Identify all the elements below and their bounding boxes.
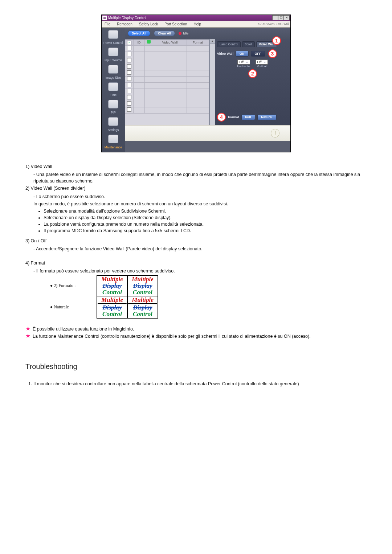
minimize-button[interactable]: _	[272, 15, 278, 20]
callout-1: 1	[272, 36, 281, 45]
format-full-button[interactable]: Full	[241, 114, 255, 120]
i2-title: Video Wall (Screen divider)	[31, 186, 86, 191]
idle-indicator: Idle	[179, 32, 188, 35]
i2-num: 2)	[25, 186, 29, 191]
menu-safety-lock[interactable]: Safety Lock	[138, 21, 159, 27]
menu-help[interactable]: Help	[192, 21, 203, 27]
mdc-l3a: Control	[102, 289, 122, 296]
vertical-caption: Vertical	[257, 65, 266, 68]
tab-lamp-control[interactable]: Lamp Control	[217, 41, 241, 47]
clear-all-button[interactable]: Clear All	[154, 30, 175, 36]
power-control-icon[interactable]	[108, 30, 118, 39]
app-window: ▦ Multiple Display Control _ ☐ ✕ File Re…	[101, 15, 291, 152]
menu-port-selection[interactable]: Port Selection	[163, 21, 188, 27]
star-note-1: È possibile utilizzare questa funzione i…	[33, 326, 134, 332]
maintenance-icon[interactable]	[108, 135, 118, 143]
settings-icon[interactable]	[108, 117, 118, 126]
input-source-icon[interactable]	[108, 48, 118, 56]
time-icon[interactable]	[108, 82, 118, 91]
format-example-full: ● 2) Formato : Multiple Display Control …	[47, 275, 158, 319]
window-title: Multiple Display Control	[108, 16, 146, 20]
sidebar-item-pip[interactable]: PIP	[102, 111, 125, 114]
sidebar-item-image-size[interactable]: Image Size	[102, 76, 125, 79]
col-video-wall: Video Wall	[153, 40, 187, 46]
image-size-icon[interactable]	[108, 65, 118, 74]
i1-num: 1)	[25, 164, 29, 169]
i1-title: Video Wall	[31, 164, 52, 169]
scroll-up-icon[interactable]: ▲	[210, 39, 215, 44]
col-signal	[145, 40, 153, 46]
display-table: ID Video Wall Format	[125, 39, 209, 125]
col-id: ID	[134, 40, 145, 46]
mdc-l1a: Multiple	[101, 276, 123, 283]
i3-num: 3)	[25, 238, 29, 243]
ts-item-1: Il monitor che si desidera controllare n…	[33, 381, 367, 387]
brand-text: SAMSUNG DIGITall	[258, 22, 289, 26]
select-all-button[interactable]: Select All	[128, 30, 150, 36]
star-icon: ★	[25, 326, 30, 332]
vw-off-button[interactable]: OFF	[251, 51, 265, 57]
star-icon: ★	[25, 333, 30, 340]
format-row1-label: 2) Formato :	[54, 283, 75, 288]
idle-dot-icon	[179, 32, 181, 35]
sidebar-item-settings[interactable]: Settings	[102, 128, 125, 132]
callout-2: 2	[248, 69, 257, 78]
sidebar-item-maintenance[interactable]: Maintenance	[102, 145, 125, 149]
i2-b1: Selezionare un display da Display select…	[44, 214, 367, 221]
callout-3: 3	[268, 49, 277, 58]
titlebar: ▦ Multiple Display Control _ ☐ ✕	[102, 15, 290, 21]
sidebar-item-power[interactable]: Power Control	[102, 41, 125, 45]
right-panel: 1 Lamp Control Scroll Video Wall Video W…	[215, 39, 290, 125]
i3-dash: Accendere/Spegnere la funzione Video Wal…	[33, 246, 367, 252]
i2-b2: La posizione verrà configurata premendo …	[44, 221, 367, 227]
menu-file[interactable]: File	[103, 21, 112, 27]
i2-dash1: Lo schermo può essere suddiviso.	[33, 193, 367, 200]
i4-title: Format	[31, 260, 45, 266]
troubleshooting-heading: Troubleshooting	[25, 361, 367, 372]
horizontal-select[interactable]: Off▼	[237, 59, 250, 65]
i2-b0: Selezionare una modalità dall'opzione Su…	[44, 208, 367, 214]
pip-icon[interactable]	[108, 100, 118, 108]
i2-dash2: In questo modo, è possibile selezionare …	[33, 201, 367, 207]
callout-4: 4	[217, 113, 226, 122]
i3-title: On / Off	[31, 238, 47, 243]
statusbar: !	[125, 125, 290, 141]
vertical-select[interactable]: Off▼	[256, 59, 268, 65]
video-wall-label: Video Wall	[217, 52, 233, 56]
close-button[interactable]: ✕	[284, 15, 290, 20]
tab-scroll[interactable]: Scroll	[242, 41, 255, 47]
menubar: File Remocon Safety Lock Port Selection …	[102, 21, 290, 28]
horizontal-caption: Horizontal	[237, 65, 250, 68]
i4-dash: Il formato può essere selezionato per ve…	[33, 268, 367, 274]
maximize-button[interactable]: ☐	[278, 15, 284, 20]
i1-dash: Una parete video è un insieme di schermi…	[33, 171, 367, 184]
mdc-l2a: Display	[103, 282, 122, 289]
format-row2-label: Naturale	[54, 304, 69, 309]
vw-on-button[interactable]: ON	[236, 51, 249, 57]
app-icon: ▦	[102, 16, 107, 20]
alert-icon: !	[271, 129, 279, 138]
col-check[interactable]	[125, 40, 134, 46]
sidebar-item-time[interactable]: Time	[102, 93, 125, 97]
format-label: Format	[228, 115, 239, 119]
sidebar-item-input[interactable]: Input Source	[102, 58, 125, 62]
toolbar: Select All Clear All Idle	[125, 28, 290, 39]
sidebar: Power Control Input Source Image Size Ti…	[102, 28, 125, 152]
i2-b3: Il programma MDC fornito da Samsung supp…	[44, 227, 367, 234]
format-natural-button[interactable]: Natural	[257, 114, 277, 120]
col-format: Format	[187, 40, 209, 46]
menu-remocon[interactable]: Remocon	[115, 21, 134, 27]
i4-num: 4)	[25, 260, 29, 266]
table-scrollbar[interactable]: ▲	[209, 39, 215, 125]
star-note-2: La funzione Maintenance Control (control…	[33, 333, 311, 340]
